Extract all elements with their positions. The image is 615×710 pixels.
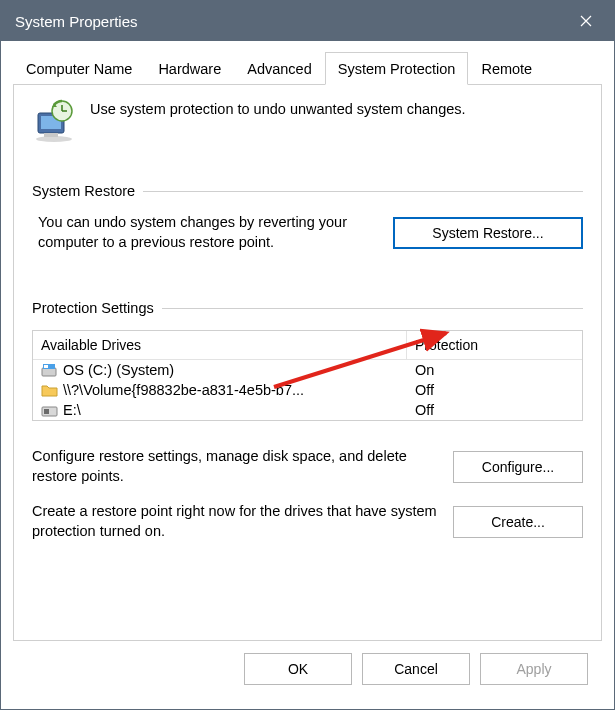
dialog-footer: OK Cancel Apply [13,641,602,699]
table-header: Available Drives Protection [33,331,582,360]
close-button[interactable] [564,6,608,36]
tab-pane: Use system protection to undo unwanted s… [13,85,602,641]
tab-system-protection[interactable]: System Protection [325,52,469,85]
window-title: System Properties [15,13,564,30]
titlebar: System Properties [1,1,614,41]
table-row[interactable]: OS (C:) (System) On [33,360,582,380]
group-title-restore: System Restore [32,183,135,199]
restore-description: You can undo system changes by reverting… [38,213,379,252]
col-header-protection[interactable]: Protection [407,331,582,360]
create-button[interactable]: Create... [453,506,583,538]
configure-button[interactable]: Configure... [453,451,583,483]
svg-rect-8 [44,365,48,368]
intro-text: Use system protection to undo unwanted s… [90,99,466,117]
tab-remote[interactable]: Remote [468,52,545,85]
group-title-protection: Protection Settings [32,300,154,316]
group-protection-settings: Protection Settings Available Drives Pro… [32,300,583,541]
group-system-restore: System Restore You can undo system chang… [32,183,583,252]
system-properties-window: System Properties Computer Name Hardware… [0,0,615,710]
drive-status: Off [407,380,582,400]
drive-name: E:\ [63,402,81,418]
col-header-drives[interactable]: Available Drives [33,331,407,360]
table-row[interactable]: E:\ Off [33,400,582,420]
drive-extern-icon [41,403,59,417]
svg-rect-6 [42,368,56,376]
drive-status: On [407,360,582,380]
drive-name: OS (C:) (System) [63,362,174,378]
drive-os-icon [41,363,59,377]
intro-row: Use system protection to undo unwanted s… [32,99,583,143]
drive-name: \\?\Volume{f98832be-a831-4e5b-b7... [63,382,304,398]
tab-computer-name[interactable]: Computer Name [13,52,145,85]
table-row[interactable]: \\?\Volume{f98832be-a831-4e5b-b7... Off [33,380,582,400]
drives-table: Available Drives Protection OS (C:) (Sys… [32,330,583,421]
create-description: Create a restore point right now for the… [32,502,439,541]
tab-hardware[interactable]: Hardware [145,52,234,85]
configure-description: Configure restore settings, manage disk … [32,447,439,486]
drive-status: Off [407,400,582,420]
apply-button: Apply [480,653,588,685]
svg-rect-3 [44,133,58,137]
close-icon [580,15,592,27]
svg-rect-10 [44,409,49,414]
tab-strip: Computer Name Hardware Advanced System P… [13,51,602,85]
protection-icon [32,99,76,143]
cancel-button[interactable]: Cancel [362,653,470,685]
content-area: Computer Name Hardware Advanced System P… [1,41,614,709]
folder-icon [41,383,59,397]
system-restore-button[interactable]: System Restore... [393,217,583,249]
tab-advanced[interactable]: Advanced [234,52,325,85]
ok-button[interactable]: OK [244,653,352,685]
